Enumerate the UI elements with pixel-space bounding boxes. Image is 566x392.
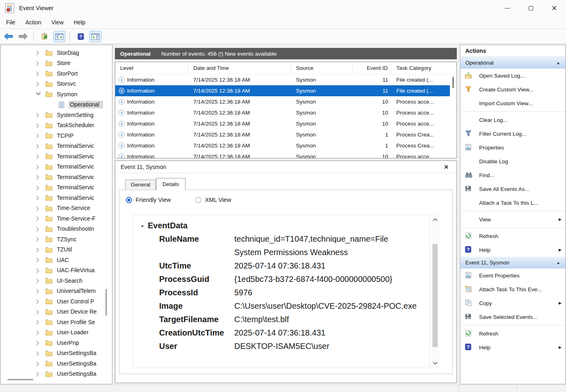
- action-attach-a-task-to-this-l[interactable]: Attach a Task To this L...: [460, 196, 565, 210]
- chevron-right-icon[interactable]: [36, 206, 41, 211]
- column-header-level[interactable]: Level: [115, 64, 188, 73]
- tree-item-time-service-f[interactable]: Time-Service-F: [1, 214, 112, 224]
- column-header-task-category[interactable]: Task Category: [391, 64, 450, 73]
- event-row[interactable]: iInformation7/14/2025 12:36:18 AMSysmon1…: [115, 118, 456, 129]
- action-help[interactable]: ?Help▶: [460, 340, 565, 354]
- chevron-right-icon[interactable]: [36, 185, 41, 191]
- menu-action[interactable]: Action: [21, 17, 46, 27]
- menu-help[interactable]: Help: [69, 17, 90, 27]
- tree-item-troubleshootin[interactable]: Troubleshootin: [1, 224, 112, 235]
- tree-item-user-loader[interactable]: User-Loader: [1, 328, 112, 338]
- event-row[interactable]: iInformation7/14/2025 12:36:18 AMSysmon1…: [115, 74, 456, 85]
- menu-file[interactable]: File: [2, 17, 20, 27]
- event-row[interactable]: iInformation7/14/2025 12:36:18 AMSysmon1…: [115, 96, 456, 107]
- events-scrollbar-thumb[interactable]: [452, 77, 454, 88]
- event-row[interactable]: iInformation7/14/2025 12:36:18 AMSysmon1…: [115, 107, 456, 118]
- action-refresh[interactable]: Refresh: [460, 229, 565, 243]
- tree-item-usersettingsba[interactable]: UserSettingsBa: [1, 359, 112, 369]
- toolbar-button-show-console-tree-icon[interactable]: [53, 31, 65, 42]
- chevron-right-icon[interactable]: [36, 123, 41, 128]
- toolbar-button-back-icon[interactable]: [2, 31, 15, 42]
- chevron-right-icon[interactable]: [36, 216, 41, 221]
- chevron-right-icon[interactable]: [36, 82, 41, 87]
- tree-item-terminalservic[interactable]: TerminalServic: [1, 152, 112, 162]
- chevron-right-icon[interactable]: [36, 340, 41, 346]
- tree-item-user-profile-se[interactable]: User Profile Se: [1, 317, 112, 328]
- tree-item-usersettingsba[interactable]: UserSettingsBa: [1, 369, 112, 380]
- tree-item-user-device-re[interactable]: User Device Re: [1, 307, 112, 318]
- close-button[interactable]: ✕: [542, 0, 566, 16]
- action-event-properties[interactable]: Event Properties: [460, 269, 565, 282]
- chevron-right-icon[interactable]: [36, 165, 41, 170]
- tree-horizontal-scrollbar[interactable]: [7, 379, 33, 380]
- eventdata-collapse-toggle[interactable]: -: [133, 219, 144, 232]
- action-refresh[interactable]: Refresh: [460, 327, 565, 340]
- chevron-right-icon[interactable]: [36, 195, 41, 201]
- tree-item-uac[interactable]: UAC: [1, 255, 112, 266]
- action-disable-log[interactable]: Disable Log: [460, 154, 565, 168]
- event-row[interactable]: iInformation7/14/2025 12:36:18 AMSysmon1…: [115, 129, 456, 140]
- menu-view[interactable]: View: [47, 17, 68, 27]
- chevron-right-icon[interactable]: [36, 50, 41, 56]
- tree-item-uac-filevirtua[interactable]: UAC-FileVirtua: [1, 266, 112, 276]
- chevron-right-icon[interactable]: [36, 237, 41, 242]
- event-row[interactable]: iInformation7/14/2025 12:36:18 AMSysmon1…: [115, 85, 456, 96]
- chevron-right-icon[interactable]: [36, 61, 41, 66]
- tree-item-operational[interactable]: Operational: [1, 100, 112, 110]
- action-filter-current-log[interactable]: Filter Current Log...: [460, 127, 565, 141]
- chevron-right-icon[interactable]: [36, 361, 41, 366]
- chevron-right-icon[interactable]: [36, 351, 41, 356]
- event-row[interactable]: iInformation7/14/2025 12:36:18 AMSysmon1…: [115, 151, 456, 158]
- chevron-right-icon[interactable]: [36, 310, 41, 315]
- chevron-right-icon[interactable]: [36, 299, 41, 304]
- toolbar-button-forward-icon[interactable]: [17, 31, 29, 42]
- scroll-down-icon[interactable]: [431, 358, 439, 368]
- tab-general[interactable]: General: [125, 180, 156, 190]
- chevron-right-icon[interactable]: [36, 330, 41, 336]
- action-import-custom-view[interactable]: Import Custom View...: [460, 96, 565, 110]
- tree-item-storport[interactable]: StorPort: [1, 69, 112, 79]
- tree-item-terminalservic[interactable]: TerminalServic: [1, 141, 112, 152]
- toolbar-button-export-log-icon[interactable]: [39, 31, 51, 42]
- tree-item-taskscheduler[interactable]: TaskScheduler: [1, 121, 112, 131]
- tree-item-terminalservic[interactable]: TerminalServic: [1, 183, 112, 193]
- chevron-right-icon[interactable]: [36, 227, 41, 232]
- action-find[interactable]: Find...: [460, 168, 565, 182]
- tree-item-ui-search[interactable]: UI-Search: [1, 276, 112, 286]
- tree-item-user-control-p[interactable]: User Control P: [1, 297, 112, 307]
- tree-item-userpnp[interactable]: UserPnp: [1, 338, 112, 349]
- column-header-event-id[interactable]: Event ID: [353, 64, 391, 73]
- chevron-down-icon[interactable]: [36, 92, 41, 97]
- maximize-button[interactable]: [519, 0, 542, 16]
- scroll-up-icon[interactable]: [431, 215, 439, 225]
- tree-item-sysmon[interactable]: Sysmon: [1, 89, 112, 100]
- column-header-source[interactable]: Source: [291, 64, 353, 73]
- tree-item-tzsync[interactable]: TZSync: [1, 234, 112, 245]
- action-clear-log[interactable]: Clear Log...: [460, 113, 565, 127]
- tab-details[interactable]: Details: [156, 178, 186, 190]
- tree-item-tcpip[interactable]: TCPIP: [1, 131, 112, 141]
- chevron-right-icon[interactable]: [36, 71, 41, 76]
- eventdata-scrollbar[interactable]: [431, 215, 439, 368]
- chevron-right-icon[interactable]: [36, 320, 41, 325]
- events-scrollbar[interactable]: [450, 74, 456, 158]
- tree-item-terminalservic[interactable]: TerminalServic: [1, 162, 112, 173]
- action-save-all-events-as[interactable]: Save All Events As...: [460, 182, 565, 196]
- chevron-right-icon[interactable]: [36, 247, 41, 253]
- tree-item-terminalservic[interactable]: TerminalServic: [1, 193, 112, 204]
- radio-friendly-view[interactable]: [126, 197, 132, 203]
- action-open-saved-log[interactable]: Open Saved Log...: [460, 69, 565, 82]
- eventdata-scrollbar-thumb[interactable]: [432, 244, 438, 347]
- chevron-right-icon[interactable]: [36, 133, 41, 139]
- action-attach-task-to-this-eve[interactable]: Attach Task To This Eve...: [460, 282, 565, 296]
- chevron-right-icon[interactable]: [36, 258, 41, 263]
- chevron-right-icon[interactable]: [36, 372, 41, 377]
- tree-item-time-service[interactable]: Time-Service: [1, 204, 112, 214]
- tree-item-tzutil[interactable]: TZUtil: [1, 245, 112, 256]
- toolbar-button-show-action-pane-icon[interactable]: [89, 31, 102, 42]
- tree-item-store[interactable]: Store: [1, 58, 112, 69]
- radio-xml-view[interactable]: [195, 197, 201, 203]
- tree-item-storsvc[interactable]: Storsvc: [1, 79, 112, 90]
- collapse-icon[interactable]: ▲: [556, 260, 560, 265]
- event-row[interactable]: iInformation7/14/2025 12:36:18 AMSysmon1…: [115, 140, 456, 151]
